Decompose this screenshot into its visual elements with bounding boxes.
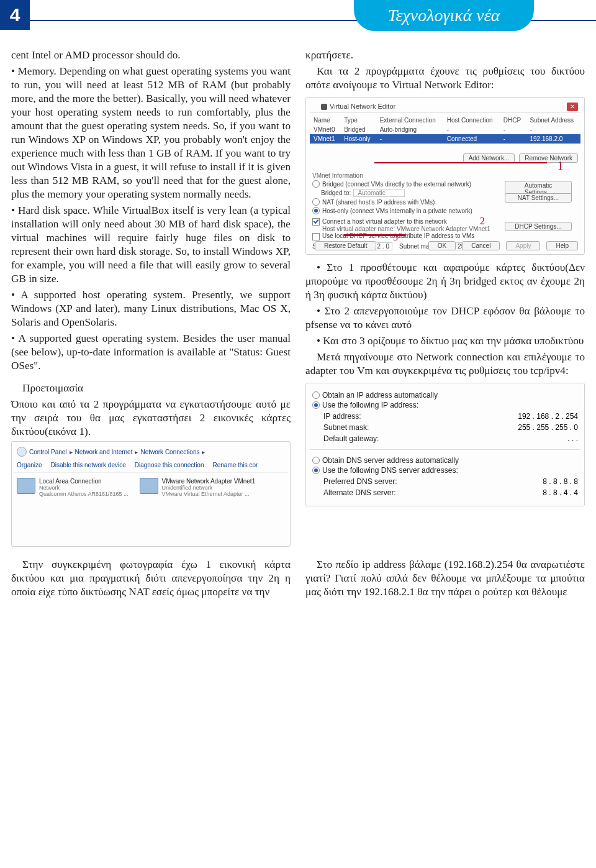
right-column-bottom: Στο πεδίο ip address βάλαμε (192.168.2).…: [305, 558, 585, 601]
toolbar-disable[interactable]: Disable this network device: [51, 462, 126, 468]
section-label: VMnet Information: [312, 172, 578, 179]
alt-dns-value[interactable]: 8 . 8 . 4 . 4: [543, 488, 578, 497]
dhcp-settings-button[interactable]: DHCP Settings...: [505, 222, 572, 231]
annotation-underline: [374, 162, 547, 163]
subnet-mask-value[interactable]: 255 . 255 . 255 . 0: [518, 423, 578, 432]
ok-button[interactable]: OK: [428, 241, 456, 250]
breadcrumb-item[interactable]: Network Connections: [140, 449, 199, 455]
breadcrumb-item[interactable]: Network and Internet: [75, 449, 133, 455]
remove-network-button[interactable]: Remove Network: [519, 153, 578, 163]
radio-obtain-ip[interactable]: Obtain an IP address automatically: [312, 391, 578, 400]
network-adapter-icon: [17, 478, 35, 494]
body-text: • Hard disk space. While VirtualBox itse…: [11, 204, 291, 286]
gateway-label: Default gateway:: [323, 434, 379, 443]
adapter-title: Local Area Connection: [39, 478, 129, 485]
vne-screenshot: Virtual Network Editor ✕ NameTypeExterna…: [305, 97, 585, 255]
bridged-select[interactable]: Automatic: [353, 189, 404, 197]
vne-table: NameTypeExternal ConnectionHost Connecti…: [310, 116, 580, 144]
gateway-value[interactable]: . . .: [567, 434, 578, 443]
adapter-item[interactable]: Local Area Connection Network Qualcomm A…: [17, 478, 129, 497]
body-text: • Memory. Depending on what guest operat…: [11, 65, 291, 201]
network-adapter-icon: [140, 478, 158, 494]
alt-dns-label: Alternate DNS server:: [323, 488, 396, 497]
body-text: Στο πεδίο ip address βάλαμε (192.168.2).…: [305, 558, 585, 599]
help-button[interactable]: Help: [546, 241, 578, 250]
right-column: κρατήσετε. Και τα 2 προγράμματα έχουνε τ…: [305, 48, 585, 547]
adapter-sub: VMware Virtual Ethernet Adapter ...: [162, 491, 256, 497]
table-header: NameTypeExternal ConnectionHost Connecti…: [310, 116, 580, 125]
left-column-bottom: Στην συγκεκριμένη φωτογραφία έχω 1 εικον…: [11, 558, 291, 601]
pref-dns-label: Preferred DNS server:: [323, 477, 397, 486]
adapter-sub: Qualcomm Atheros AR8161/8165 ...: [39, 491, 129, 497]
window-title: Virtual Network Editor ✕: [310, 101, 580, 113]
body-text: • Στο 1 προσθέτουμε και αφαιρούμε κάρτες…: [305, 261, 585, 302]
app-icon: [321, 104, 327, 110]
body-text: • A supported host operating system. Pre…: [11, 288, 291, 329]
left-column: cent Intel or AMD processor should do. •…: [11, 48, 291, 547]
adapter-sub: Network: [39, 485, 129, 491]
banner-text-a: Τεχνο: [387, 6, 427, 25]
close-icon[interactable]: ✕: [567, 103, 578, 111]
network-connections-screenshot: Control Panel▸ Network and Internet▸ Net…: [11, 441, 291, 547]
nat-settings-button[interactable]: NAT Settings...: [505, 193, 572, 203]
table-row[interactable]: VMnet0BridgedAuto-bridging---: [310, 125, 580, 134]
radio-hostonly[interactable]: Host-only (connect VMs internally in a p…: [312, 207, 578, 214]
section-banner: Τεχνολογικά νέα: [354, 0, 534, 31]
annotation-2: 2: [480, 216, 485, 227]
pref-dns-value[interactable]: 8 . 8 . 8 . 8: [543, 477, 578, 486]
body-text: • Στο 2 απενεργοποιούμε τον DHCP εφόσον …: [305, 304, 585, 332]
table-row[interactable]: VMnet1Host-only-Connected-192.168.2.0: [310, 134, 580, 144]
toolbar-organize[interactable]: Organize: [17, 462, 42, 468]
adapter-sub: Unidentified network: [162, 485, 256, 491]
toolbar-rename[interactable]: Rename this cor: [213, 462, 258, 468]
subnet-mask-label: Subnet mask:: [323, 423, 369, 432]
restore-default-button[interactable]: Restore Default: [315, 241, 376, 250]
adapter-item[interactable]: VMware Network Adapter VMnet1 Unidentifi…: [140, 478, 256, 497]
radio-use-ip[interactable]: Use the following IP address:: [312, 401, 578, 409]
adapter-title: VMware Network Adapter VMnet1: [162, 478, 256, 485]
ip-address-label: IP address:: [323, 412, 361, 421]
toolbar-diagnose[interactable]: Diagnose this connection: [135, 462, 204, 468]
page-number: 4: [0, 0, 30, 30]
body-text: cent Intel or AMD processor should do.: [11, 48, 291, 62]
breadcrumb: Control Panel▸ Network and Internet▸ Net…: [14, 444, 287, 459]
body-text: • A supported guest operating system. Be…: [11, 332, 291, 373]
radio-obtain-dns[interactable]: Obtain DNS server address automatically: [312, 456, 578, 465]
ip-address-value[interactable]: 192 . 168 . 2 . 254: [518, 412, 578, 421]
body-text: Στην συγκεκριμένη φωτογραφία έχω 1 εικον…: [11, 558, 291, 599]
annotation-1: 1: [558, 160, 563, 173]
body-text: Όποιο και από τα 2 προγράμματα να εγκατα…: [11, 398, 291, 439]
cancel-button[interactable]: Cancel: [462, 241, 500, 250]
page-header: 4 Τεχνολογικά νέα: [0, 0, 596, 42]
add-network-button[interactable]: Add Network...: [463, 153, 515, 163]
banner-text-b: λογικά νέα: [427, 6, 500, 25]
radio-use-dns[interactable]: Use the following DNS server addresses:: [312, 466, 578, 475]
body-text: Και τα 2 προγράμματα έχουνε τις ρυθμίσει…: [305, 65, 585, 92]
body-text: Μετά πηγαίνουμε στο Network connection κ…: [305, 350, 585, 378]
breadcrumb-item[interactable]: Control Panel: [29, 449, 67, 455]
body-text: κρατήσετε.: [305, 48, 585, 62]
nav-back-icon[interactable]: [17, 447, 27, 457]
apply-button[interactable]: Apply: [506, 241, 540, 250]
body-text: • Και στο 3 ορίζουμε το δίκτυο μας και τ…: [305, 334, 585, 348]
ipv4-settings-screenshot: Obtain an IP address automatically Use t…: [305, 383, 585, 506]
body-text: Προετοιμασία: [11, 381, 291, 395]
